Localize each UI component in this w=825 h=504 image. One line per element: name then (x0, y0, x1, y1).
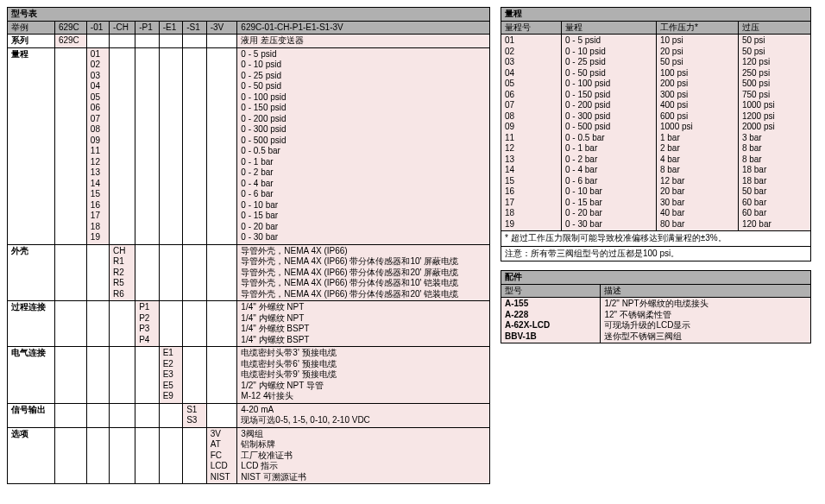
col-629c: 629C (54, 21, 86, 35)
row-enclosure: 外壳 CHR1R2R5R6 导管外壳，NEMA 4X (IP66)导管外壳，NE… (8, 244, 490, 301)
label-signal: 信号输出 (8, 403, 55, 427)
model-table-title: 型号表 (8, 8, 490, 22)
label-electrical: 电气连接 (8, 347, 55, 404)
range-descs: 0 - 5 psid0 - 10 psid0 - 25 psid0 - 50 p… (237, 47, 490, 244)
acc-h-model: 型号 (501, 284, 601, 298)
col-full: 629C-01-CH-P1-E1-S1-3V (237, 21, 490, 35)
accessories-table: 配件 型号 描述 A-155A-228A-62X-LCDBBV-1B 1/2" … (501, 270, 811, 343)
acc-col-model: A-155A-228A-62X-LCDBBV-1B (501, 298, 601, 343)
col-ch: -CH (110, 21, 135, 35)
acc-h-desc: 描述 (601, 284, 811, 298)
electrical-descs: 电缆密封头带3' 预接电缆电缆密封头带6' 预接电缆电缆密封头带9' 预接电缆1… (237, 347, 490, 404)
col-e1: -E1 (159, 21, 183, 35)
electrical-codes: E1E2E3E5E9 (159, 347, 183, 404)
range-note1: * 超过工作压力限制可能导致校准偏移达到满量程的±3%。 (501, 231, 811, 247)
acc-header: 型号 描述 (501, 284, 811, 298)
h-range: 量程 (562, 21, 657, 35)
h-over: 过压 (738, 21, 810, 35)
label-enclosure: 外壳 (8, 244, 55, 301)
range-col-working: 10 psi20 psi50 psi100 psi200 psi300 psi4… (656, 35, 738, 231)
label-series: 系列 (8, 35, 55, 48)
enclosure-descs: 导管外壳，NEMA 4X (IP66)导管外壳，NEMA 4X (IP66) 带… (237, 244, 490, 301)
range-col-num: 010203040506070809111213141516171819 (501, 35, 562, 231)
label-process: 过程连接 (8, 301, 55, 347)
col-example: 举例 (8, 21, 55, 35)
label-options: 选项 (8, 427, 55, 484)
row-range: 量程 010203040506070809111213141516171819 … (8, 47, 490, 244)
h-working: 工作压力* (656, 21, 738, 35)
col-3v: -3V (206, 21, 237, 35)
series-desc: 液用 差压变送器 (237, 35, 490, 48)
process-descs: 1/4" 外螺纹 NPT1/4" 内螺纹 NPT1/4" 外螺纹 BSPT1/4… (237, 301, 490, 347)
acc-col-desc: 1/2" NPT外螺纹的电缆接头12" 不锈钢柔性管可现场升级的LCD显示迷你型… (601, 298, 811, 343)
row-options: 选项 3VATFCLCDNIST 3阀组铝制标牌工厂校准证书LCD 指示NIST… (8, 427, 490, 484)
signal-codes: S1S3 (183, 403, 207, 427)
col-s1: -S1 (183, 21, 207, 35)
range-table: 量程 量程号 量程 工作压力* 过压 010203040506070809111… (501, 7, 811, 261)
range-data-row: 010203040506070809111213141516171819 0 -… (501, 35, 811, 231)
label-range: 量程 (8, 47, 55, 244)
range-note2: 注意：所有带三阀组型号的过压都是100 psi。 (501, 246, 811, 261)
enclosure-codes: CHR1R2R5R6 (110, 244, 135, 301)
model-number-table: 型号表 举例 629C -01 -CH -P1 -E1 -S1 -3V 629C… (7, 7, 490, 484)
range-col-over: 50 psi50 psi120 psi250 psi500 psi750 psi… (738, 35, 810, 231)
signal-descs: 4-20 mA现场可选0-5, 1-5, 0-10, 2-10 VDC (237, 403, 490, 427)
col-01: -01 (86, 21, 109, 35)
row-series: 系列 629C 液用 差压变送器 (8, 35, 490, 48)
range-codes: 010203040506070809111213141516171819 (86, 47, 109, 244)
row-process: 过程连接 P1P2P3P4 1/4" 外螺纹 NPT1/4" 内螺纹 NPT1/… (8, 301, 490, 347)
model-table-header-row: 举例 629C -01 -CH -P1 -E1 -S1 -3V 629C-01-… (8, 21, 490, 35)
range-col-range: 0 - 5 psid0 - 10 psid0 - 25 psid0 - 50 p… (562, 35, 657, 231)
acc-data-row: A-155A-228A-62X-LCDBBV-1B 1/2" NPT外螺纹的电缆… (501, 298, 811, 343)
option-codes: 3VATFCLCDNIST (206, 427, 237, 484)
range-table-header: 量程号 量程 工作压力* 过压 (501, 21, 811, 35)
option-descs: 3阀组铝制标牌工厂校准证书LCD 指示NIST 可溯源证书 (237, 427, 490, 484)
h-num: 量程号 (501, 21, 562, 35)
row-signal: 信号输出 S1S3 4-20 mA现场可选0-5, 1-5, 0-10, 2-1… (8, 403, 490, 427)
acc-title: 配件 (501, 271, 811, 285)
process-codes: P1P2P3P4 (135, 301, 160, 347)
series-code: 629C (54, 35, 86, 48)
range-table-title: 量程 (501, 8, 811, 22)
col-p1: -P1 (135, 21, 160, 35)
row-electrical: 电气连接 E1E2E3E5E9 电缆密封头带3' 预接电缆电缆密封头带6' 预接… (8, 347, 490, 404)
